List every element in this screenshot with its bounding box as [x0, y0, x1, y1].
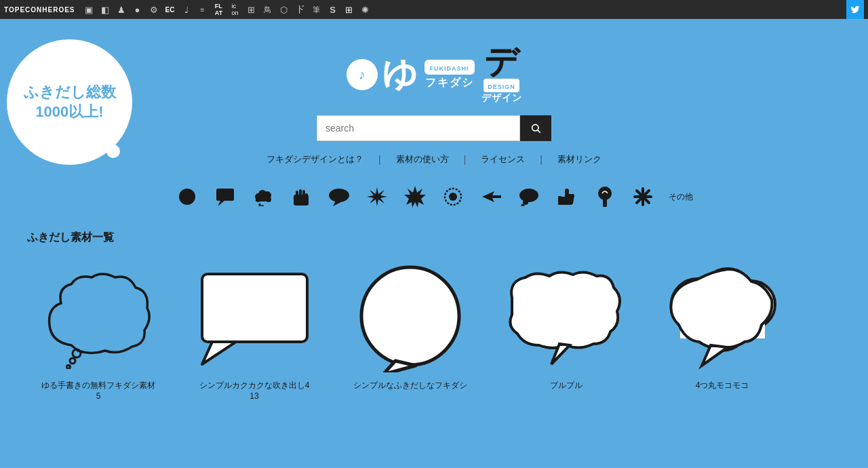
cat-starburst-icon[interactable]	[365, 184, 389, 209]
card-cloud-title: ゆる手書きの無料フキダシ素材	[41, 379, 155, 391]
svg-point-36	[70, 358, 75, 364]
card-cloud-bubble-img	[31, 258, 166, 374]
svg-rect-10	[256, 196, 271, 201]
cat-oval-bubble-icon[interactable]	[327, 184, 351, 209]
nav-icon-ec[interactable]: EC	[163, 3, 177, 16]
nav-link-license[interactable]: ライセンス	[466, 153, 540, 165]
card-rect-title: シンプルカクカクな吹き出し4	[199, 379, 310, 391]
nav-link-usage[interactable]: 素材の使い方	[381, 153, 464, 165]
card-wobbly-title: プルプル	[550, 379, 583, 391]
nav-icon-brush[interactable]: 筆	[310, 3, 323, 16]
hero-bubble-line1: ふきだし総数	[24, 83, 116, 102]
svg-rect-3	[216, 189, 234, 201]
logo-circle-icon: ♪	[347, 59, 378, 90]
card-rect-count: 13	[250, 391, 258, 401]
hero-bubble: ふきだし総数 1000以上!	[7, 39, 132, 165]
nav-link-resources[interactable]: 素材リンク	[542, 153, 616, 165]
main-content: ふきだし総数 1000以上! ♪ ゆ FUKIDASHI フキダシ デ DESI…	[0, 19, 868, 401]
svg-marker-4	[218, 201, 224, 206]
search-button[interactable]	[520, 115, 551, 141]
card-mokomoko-bubble[interactable]: 4つ丸モコモコ	[651, 258, 793, 401]
nav-links: フキダシデザインとは？ | 素材の使い方 | ライセンス | 素材リンク	[0, 153, 868, 165]
svg-point-23	[449, 193, 457, 201]
cat-speech-round-icon[interactable]	[517, 184, 541, 209]
nav-icon-sparkle[interactable]: ✺	[359, 3, 372, 16]
svg-point-25	[519, 189, 538, 202]
card-oval-bubble-img	[342, 258, 478, 374]
card-oval-title: シンプルなふきだしなフキダシ	[353, 379, 467, 391]
cat-dotted-circle-icon[interactable]	[441, 184, 465, 209]
svg-point-0	[532, 125, 538, 131]
card-mokomoko-bubble-img	[654, 258, 790, 374]
svg-rect-38	[202, 274, 307, 342]
svg-point-26	[523, 199, 528, 205]
nav-icon-grid2[interactable]: ⊞	[342, 3, 356, 16]
twitter-link[interactable]	[846, 0, 864, 19]
cards-section: ゆる手書きの無料フキダシ素材 5 シンプルカクカクな吹き出し4 13	[0, 258, 868, 401]
logo-fukidashi-block: FUKIDASHI フキダシ	[425, 60, 475, 90]
category-icons-row: その他	[0, 184, 868, 209]
nav-icon-gear[interactable]: ⚙	[147, 3, 161, 16]
cat-hand-icon[interactable]	[289, 184, 313, 209]
svg-point-12	[261, 205, 264, 206]
logo-design-block: デ DESIGN デザイン	[481, 45, 522, 104]
nav-icon-bird[interactable]: 鳥	[261, 3, 275, 16]
card-cloud-bubble[interactable]: ゆる手書きの無料フキダシ素材 5	[27, 258, 170, 401]
svg-rect-24	[492, 195, 501, 198]
cat-others-label[interactable]: その他	[669, 191, 693, 203]
cat-spiral-icon[interactable]	[593, 184, 617, 209]
nav-icon-flat[interactable]: FLAT	[212, 3, 226, 16]
nav-icon-shape[interactable]: ▣	[82, 3, 96, 16]
svg-point-37	[67, 365, 71, 368]
svg-point-40	[361, 267, 459, 365]
svg-point-2	[179, 189, 195, 205]
svg-marker-39	[202, 342, 236, 364]
svg-rect-17	[305, 193, 308, 197]
card-rect-bubble[interactable]: シンプルカクカクな吹き出し4 13	[183, 258, 326, 401]
cat-cross-icon[interactable]	[631, 184, 655, 209]
nav-icon-s[interactable]: S	[326, 3, 340, 16]
top-navigation: TOPECONHEROES ▣ ◧ ♟ ● ⚙ EC ♩ ≡ FLAT icon…	[0, 0, 868, 19]
svg-rect-28	[558, 196, 561, 205]
nav-icon-do[interactable]: ド	[294, 3, 307, 16]
svg-rect-30	[603, 199, 607, 207]
cat-arrow-icon[interactable]	[479, 184, 503, 209]
hero-bubble-line2: 1000以上!	[35, 102, 103, 122]
svg-rect-14	[296, 191, 298, 196]
cat-cloud-bubble-icon[interactable]	[251, 184, 275, 209]
nav-icon-music[interactable]: ♩	[180, 3, 193, 16]
nav-link-about[interactable]: フキダシデザインとは？	[252, 153, 378, 165]
card-wobbly-bubble-img	[498, 258, 634, 374]
cat-spiky-icon[interactable]	[403, 184, 427, 209]
nav-icon-circle[interactable]: ●	[131, 3, 144, 16]
cat-circle-icon[interactable]	[175, 184, 199, 209]
nav-icon-icon[interactable]: icon	[229, 3, 242, 16]
card-mokomoko-title: 4つ丸モコモコ	[696, 379, 749, 391]
svg-point-29	[598, 187, 612, 200]
nav-icon-lines[interactable]: ≡	[196, 3, 210, 16]
cards-grid: ゆる手書きの無料フキダシ素材 5 シンプルカクカクな吹き出し4 13	[0, 258, 868, 401]
search-input[interactable]	[317, 115, 520, 141]
nav-icon-grid[interactable]: ⊞	[245, 3, 258, 16]
card-cloud-count: 5	[96, 391, 101, 401]
section-title: ふきだし素材一覧	[27, 231, 868, 245]
logo-kana-yu: ゆ	[382, 51, 418, 98]
svg-line-1	[538, 130, 540, 133]
svg-point-18	[329, 189, 349, 202]
search-area	[0, 115, 868, 141]
svg-rect-15	[299, 189, 302, 196]
cat-rect-bubble-icon[interactable]	[213, 184, 237, 209]
svg-marker-21	[404, 186, 426, 208]
nav-icon-hex[interactable]: ⬡	[277, 3, 291, 16]
card-oval-bubble[interactable]: シンプルなふきだしなフキダシ	[339, 258, 481, 401]
brand-logo[interactable]: TOPECONHEROES	[4, 6, 75, 14]
card-wobbly-bubble[interactable]: プルプル	[495, 258, 637, 401]
nav-icon-figure[interactable]: ♟	[115, 3, 128, 16]
cat-thumbsup-icon[interactable]	[555, 184, 579, 209]
nav-icon-rect[interactable]: ◧	[98, 3, 112, 16]
svg-marker-20	[367, 187, 387, 206]
svg-point-11	[258, 203, 261, 206]
svg-rect-16	[302, 190, 305, 196]
svg-marker-48	[702, 345, 728, 366]
card-rect-bubble-img	[186, 258, 322, 374]
